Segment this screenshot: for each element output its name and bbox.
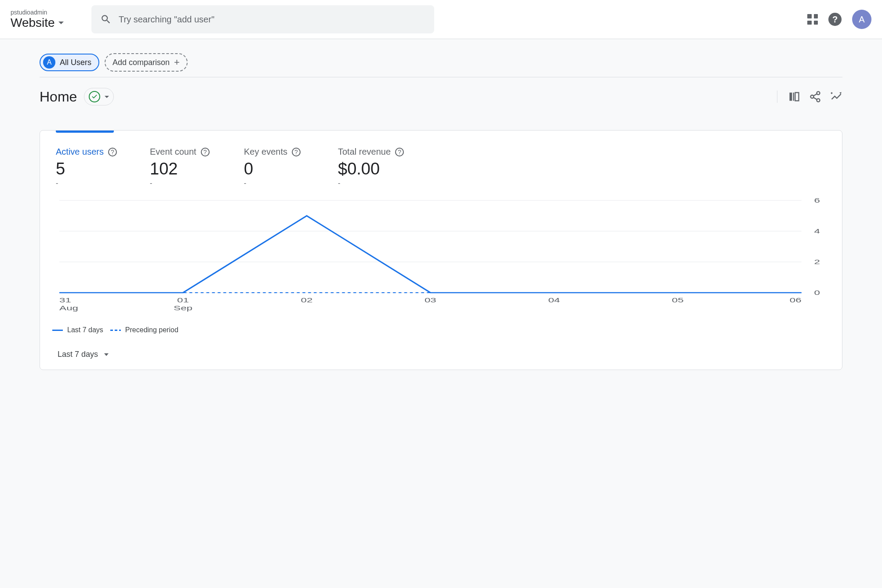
svg-text:06: 06 [790, 297, 802, 304]
metric-active-users[interactable]: Active users ? 5 - [56, 147, 122, 187]
metric-value: 102 [150, 160, 216, 178]
title-toolbar [777, 91, 842, 103]
help-circle-icon[interactable]: ? [395, 148, 404, 156]
search-bar[interactable] [91, 5, 434, 33]
metrics-row: Active users ? 5 - Event count ? 102 - K… [52, 143, 830, 187]
svg-text:04: 04 [548, 297, 560, 304]
tab-indicator [56, 131, 114, 133]
legend-dashed-line-icon [110, 330, 121, 331]
metric-delta: - [338, 179, 404, 187]
add-comparison-button[interactable]: Add comparison + [105, 53, 188, 72]
check-circle-icon [89, 91, 100, 102]
metric-delta: - [244, 179, 310, 187]
header-right: ? A [807, 10, 871, 29]
property-name: Website [11, 16, 55, 30]
compare-columns-icon[interactable] [788, 91, 800, 103]
svg-text:Aug: Aug [59, 305, 78, 312]
status-chip[interactable] [84, 88, 114, 105]
search-input[interactable] [119, 15, 425, 25]
metric-label: Total revenue [338, 147, 391, 157]
metric-total-revenue[interactable]: Total revenue ? $0.00 - [338, 147, 404, 187]
date-range-selector[interactable]: Last 7 days [52, 350, 830, 359]
help-icon[interactable]: ? [828, 13, 842, 26]
all-users-label: All Users [60, 58, 91, 67]
svg-line-6 [813, 94, 817, 96]
legend-current-label: Last 7 days [67, 326, 103, 334]
metric-label: Key events [244, 147, 287, 157]
insights-icon[interactable] [830, 91, 842, 103]
metric-value: 5 [56, 160, 122, 178]
date-range-label: Last 7 days [58, 350, 98, 359]
dropdown-triangle-icon [58, 22, 64, 24]
svg-text:Sep: Sep [174, 305, 192, 312]
plus-icon: + [174, 57, 180, 68]
svg-text:01: 01 [177, 297, 189, 304]
svg-rect-1 [793, 93, 794, 101]
dropdown-triangle-icon [105, 96, 109, 98]
legend-previous-label: Preceding period [125, 326, 178, 334]
svg-rect-2 [795, 93, 799, 101]
all-users-chip[interactable]: A All Users [40, 54, 99, 71]
search-icon [100, 14, 112, 25]
svg-point-5 [817, 99, 820, 102]
svg-marker-8 [839, 92, 842, 94]
help-circle-icon[interactable]: ? [108, 148, 117, 156]
line-chart: 024631Aug01Sep0203040506 [52, 196, 830, 319]
svg-marker-9 [831, 92, 833, 94]
svg-text:6: 6 [814, 197, 820, 204]
metric-event-count[interactable]: Event count ? 102 - [150, 147, 216, 187]
add-comparison-label: Add comparison [113, 58, 170, 67]
dropdown-triangle-icon [104, 353, 109, 356]
svg-text:0: 0 [814, 289, 820, 296]
svg-text:2: 2 [814, 258, 820, 265]
help-circle-icon[interactable]: ? [292, 148, 301, 156]
share-icon[interactable] [809, 91, 821, 103]
chart-container: 024631Aug01Sep0203040506 [52, 196, 830, 321]
avatar[interactable]: A [852, 10, 871, 29]
metric-label: Event count [150, 147, 196, 157]
legend-solid-line-icon [52, 330, 63, 331]
title-row: Home [40, 77, 842, 116]
top-header: pstudioadmin Website ? A [0, 0, 882, 39]
svg-point-4 [811, 95, 814, 98]
svg-text:4: 4 [814, 228, 820, 235]
content-area: A All Users Add comparison + Home Active [0, 39, 882, 379]
chart-legend: Last 7 days Preceding period [52, 326, 830, 334]
svg-point-3 [817, 91, 820, 94]
svg-text:05: 05 [672, 297, 684, 304]
svg-text:03: 03 [425, 297, 436, 304]
page-title: Home [40, 89, 77, 105]
svg-text:02: 02 [301, 297, 313, 304]
metric-delta: - [56, 179, 122, 187]
apps-icon[interactable] [807, 14, 818, 25]
chip-badge: A [43, 56, 55, 69]
metric-label: Active users [56, 147, 104, 157]
overview-card: Active users ? 5 - Event count ? 102 - K… [40, 130, 842, 370]
comparison-row: A All Users Add comparison + [40, 48, 842, 77]
property-account-label: pstudioadmin [11, 9, 81, 16]
svg-rect-0 [790, 93, 792, 101]
help-circle-icon[interactable]: ? [201, 148, 210, 156]
metric-delta: - [150, 179, 216, 187]
metric-key-events[interactable]: Key events ? 0 - [244, 147, 310, 187]
metric-value: $0.00 [338, 160, 404, 178]
property-section: pstudioadmin Website [11, 9, 81, 30]
property-selector[interactable]: Website [11, 16, 81, 30]
metric-value: 0 [244, 160, 310, 178]
svg-text:31: 31 [59, 297, 71, 304]
svg-line-7 [813, 98, 817, 100]
